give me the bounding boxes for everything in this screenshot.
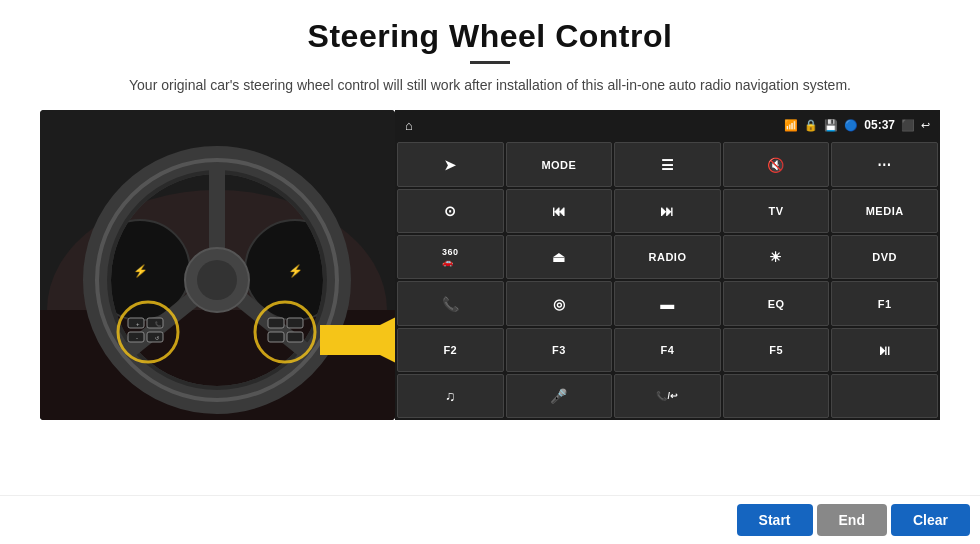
mic-icon: 🎤 xyxy=(550,388,568,404)
eq-label: EQ xyxy=(768,298,785,310)
f3-label: F3 xyxy=(552,344,566,356)
status-right: 📶 🔒 💾 🔵 05:37 ⬛ ↩ xyxy=(784,118,930,132)
svg-rect-25 xyxy=(268,318,284,328)
svg-text:⚡: ⚡ xyxy=(133,263,148,278)
tv-label: TV xyxy=(769,205,784,217)
playpause-icon: ⏯ xyxy=(877,342,892,358)
btn-dvd[interactable]: DVD xyxy=(831,235,938,279)
clear-button[interactable]: Clear xyxy=(891,504,970,536)
eject-icon: ⏏ xyxy=(552,249,566,265)
camera-icon: ⊙ xyxy=(444,203,457,219)
phone-icon: 📞 xyxy=(442,296,460,312)
btn-apps[interactable]: ⋯ xyxy=(831,142,938,186)
360-label: 360🚗 xyxy=(442,247,459,267)
media-label: MEDIA xyxy=(866,205,904,217)
dvd-label: DVD xyxy=(872,251,897,263)
btn-f3[interactable]: F3 xyxy=(506,328,613,372)
svg-text:+: + xyxy=(136,321,140,327)
btn-radio[interactable]: RADIO xyxy=(614,235,721,279)
btn-tv[interactable]: TV xyxy=(723,189,830,233)
btn-f1[interactable]: F1 xyxy=(831,281,938,325)
music-icon: ♫ xyxy=(445,388,456,404)
btn-eject[interactable]: ⏏ xyxy=(506,235,613,279)
btn-mode[interactable]: MODE xyxy=(506,142,613,186)
button-grid: ➤ MODE ☰ 🔇 ⋯ ⊙ ⏮ ⏭ TV MEDIA 360🚗 ⏏ RADIO… xyxy=(395,140,940,420)
btn-music[interactable]: ♫ xyxy=(397,374,504,418)
status-time: 05:37 xyxy=(864,118,895,132)
btn-mute[interactable]: 🔇 xyxy=(723,142,830,186)
lock-icon: 🔒 xyxy=(804,119,818,132)
svg-point-14 xyxy=(197,260,237,300)
btn-phone[interactable]: 📞 xyxy=(397,281,504,325)
bt-icon: 🔵 xyxy=(844,119,858,132)
btn-360[interactable]: 360🚗 xyxy=(397,235,504,279)
cast-icon: ⬛ xyxy=(901,119,915,132)
prev-icon: ⏮ xyxy=(552,203,567,219)
btn-media[interactable]: MEDIA xyxy=(831,189,938,233)
navigate-icon: ➤ xyxy=(444,157,457,173)
status-bar: ⌂ 📶 🔒 💾 🔵 05:37 ⬛ ↩ xyxy=(395,110,940,140)
btn-prev[interactable]: ⏮ xyxy=(506,189,613,233)
page-wrapper: Steering Wheel Control Your original car… xyxy=(0,0,980,544)
f1-label: F1 xyxy=(878,298,892,310)
btn-brightness[interactable]: ☀ xyxy=(723,235,830,279)
brightness-icon: ☀ xyxy=(769,249,783,265)
btn-mic[interactable]: 🎤 xyxy=(506,374,613,418)
svg-rect-27 xyxy=(287,318,303,328)
svg-rect-26 xyxy=(268,332,284,342)
nav-icon: ◎ xyxy=(553,296,566,312)
svg-text:-: - xyxy=(136,335,138,341)
end-button[interactable]: End xyxy=(817,504,887,536)
apps-icon: ⋯ xyxy=(877,157,892,173)
btn-camera[interactable]: ⊙ xyxy=(397,189,504,233)
btn-playpause[interactable]: ⏯ xyxy=(831,328,938,372)
start-button[interactable]: Start xyxy=(737,504,813,536)
back-icon: ↩ xyxy=(921,119,930,132)
btn-call-end[interactable]: 📞/↩ xyxy=(614,374,721,418)
radio-label: RADIO xyxy=(649,251,687,263)
btn-empty-2 xyxy=(831,374,938,418)
page-subtitle: Your original car's steering wheel contr… xyxy=(129,74,851,96)
btn-eq[interactable]: EQ xyxy=(723,281,830,325)
svg-text:📞: 📞 xyxy=(155,321,162,328)
f2-label: F2 xyxy=(443,344,457,356)
f4-label: F4 xyxy=(661,344,675,356)
btn-menu[interactable]: ☰ xyxy=(614,142,721,186)
btn-screen[interactable]: ▬ xyxy=(614,281,721,325)
btn-f4[interactable]: F4 xyxy=(614,328,721,372)
mute-icon: 🔇 xyxy=(767,157,785,173)
svg-rect-28 xyxy=(287,332,303,342)
screen-icon: ▬ xyxy=(660,296,675,312)
svg-rect-30 xyxy=(320,325,390,355)
steering-wheel-image: ⚡ ⚡ + - xyxy=(40,110,395,420)
headunit-panel: ⌂ 📶 🔒 💾 🔵 05:37 ⬛ ↩ ➤ MODE ☰ 🔇 xyxy=(395,110,940,420)
btn-empty-1 xyxy=(723,374,830,418)
svg-text:⚡: ⚡ xyxy=(288,263,303,278)
next-icon: ⏭ xyxy=(660,203,675,219)
status-left: ⌂ xyxy=(405,118,413,133)
title-divider xyxy=(470,61,510,64)
btn-f2[interactable]: F2 xyxy=(397,328,504,372)
home-icon: ⌂ xyxy=(405,118,413,133)
f5-label: F5 xyxy=(769,344,783,356)
svg-text:↺: ↺ xyxy=(155,335,159,341)
menu-icon: ☰ xyxy=(661,157,675,173)
btn-f5[interactable]: F5 xyxy=(723,328,830,372)
btn-next[interactable]: ⏭ xyxy=(614,189,721,233)
sd-icon: 💾 xyxy=(824,119,838,132)
wifi-icon: 📶 xyxy=(784,119,798,132)
call-end-icon: 📞/↩ xyxy=(656,391,679,401)
btn-navigate[interactable]: ➤ xyxy=(397,142,504,186)
mode-label: MODE xyxy=(541,159,576,171)
bottom-bar: Start End Clear xyxy=(0,495,980,544)
content-area: ⚡ ⚡ + - xyxy=(40,110,940,420)
btn-nav[interactable]: ◎ xyxy=(506,281,613,325)
page-title: Steering Wheel Control xyxy=(308,18,673,55)
